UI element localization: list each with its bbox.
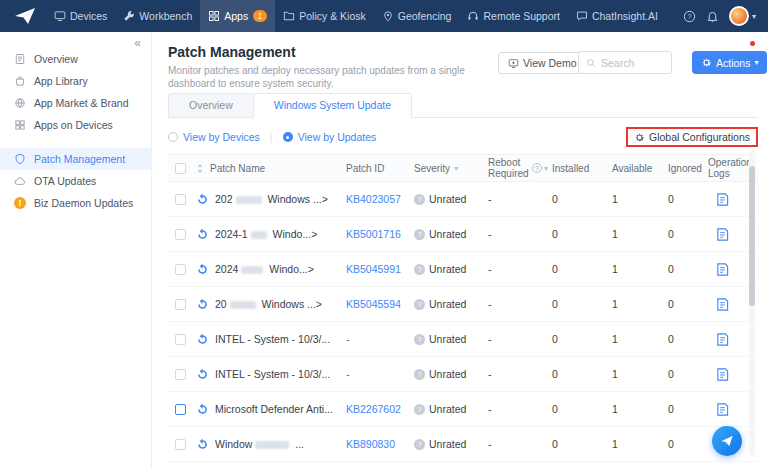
account-menu[interactable]: ▾ bbox=[729, 6, 756, 26]
table-row: Window ...KB890830?Unrated-010 bbox=[168, 427, 758, 462]
search-icon bbox=[586, 58, 596, 68]
geofencing-icon bbox=[382, 10, 394, 22]
view-demo-button[interactable]: View Demo bbox=[498, 52, 587, 74]
sidebar-collapse-icon[interactable]: « bbox=[134, 36, 141, 50]
support-chat-button[interactable] bbox=[712, 426, 742, 456]
sidebar-item-apps-on-devices[interactable]: Apps on Devices bbox=[0, 114, 151, 136]
apps-icon bbox=[208, 10, 220, 22]
sync-icon[interactable] bbox=[196, 333, 209, 346]
radio-unselected-icon bbox=[168, 132, 178, 142]
sync-icon[interactable] bbox=[196, 228, 209, 241]
table-row: 2024 Windo...>KB5045991?Unrated-010 bbox=[168, 252, 758, 287]
select-all-checkbox[interactable] bbox=[175, 163, 186, 174]
nav-item-devices[interactable]: Devices bbox=[46, 0, 115, 32]
patch-name: 2024-1 Windo...> bbox=[215, 228, 317, 240]
sync-icon[interactable] bbox=[196, 263, 209, 276]
divider: | bbox=[270, 131, 273, 143]
row-checkbox[interactable] bbox=[175, 264, 186, 275]
chevron-down-icon: ▾ bbox=[752, 12, 756, 21]
unrated-icon: ? bbox=[414, 264, 425, 275]
patch-id-link[interactable]: KB5045594 bbox=[346, 298, 401, 310]
patch-icon bbox=[14, 153, 26, 165]
sort-icon[interactable] bbox=[196, 163, 204, 174]
sidebar-item-overview[interactable]: Overview bbox=[0, 48, 151, 70]
tab-bar: Overview Windows System Update bbox=[168, 93, 758, 118]
tab-windows-system-update[interactable]: Windows System Update bbox=[253, 93, 412, 118]
patch-id-link[interactable]: KB5001716 bbox=[346, 228, 401, 240]
page-subtitle: Monitor patches and deploy necessary pat… bbox=[168, 64, 500, 90]
scrollbar-thumb[interactable] bbox=[749, 166, 755, 306]
sync-icon[interactable] bbox=[196, 438, 209, 451]
patch-id-link[interactable]: KB5045991 bbox=[346, 263, 401, 275]
annotation-dot bbox=[750, 41, 755, 46]
nav-item-remote-support[interactable]: Remote Support bbox=[459, 0, 567, 32]
library-icon bbox=[14, 75, 26, 87]
help-icon[interactable]: ? bbox=[532, 163, 542, 173]
sidebar-item-app-market-brand[interactable]: App Market & Brand bbox=[0, 92, 151, 114]
warning-icon: ! bbox=[14, 197, 26, 209]
table-row: 2024-1 Windo...>KB5001716?Unrated-010 bbox=[168, 217, 758, 252]
filter-icon[interactable]: ▾ bbox=[454, 164, 458, 173]
row-checkbox[interactable] bbox=[175, 299, 186, 310]
row-checkbox[interactable] bbox=[175, 194, 186, 205]
patch-name: 2024 Windo...> bbox=[215, 263, 314, 275]
top-nav: DevicesWorkbenchApps1Policy & KioskGeofe… bbox=[0, 0, 768, 32]
patch-id-link[interactable]: KB4023057 bbox=[346, 193, 401, 205]
sync-icon[interactable] bbox=[196, 298, 209, 311]
table-row: 202 Windows ...>KB4023057?Unrated-010 bbox=[168, 182, 758, 217]
sync-icon[interactable] bbox=[196, 403, 209, 416]
main-content: Patch Management Monitor patches and dep… bbox=[152, 32, 768, 468]
unrated-icon: ? bbox=[414, 369, 425, 380]
avatar bbox=[729, 6, 749, 26]
top-right-controls: ? ▾ bbox=[683, 6, 760, 26]
sync-icon[interactable] bbox=[196, 368, 209, 381]
sync-icon[interactable] bbox=[196, 193, 209, 206]
overview-icon bbox=[14, 53, 26, 65]
filter-icon[interactable]: ▾ bbox=[544, 164, 548, 173]
unrated-icon: ? bbox=[414, 439, 425, 450]
page-header: Patch Management Monitor patches and dep… bbox=[168, 44, 758, 88]
ota-icon bbox=[14, 175, 26, 187]
search-input[interactable] bbox=[601, 57, 663, 69]
sidebar-item-patch-management[interactable]: Patch Management bbox=[0, 148, 151, 170]
gear-icon bbox=[701, 57, 712, 68]
sidebar-items: OverviewApp LibraryApp Market & BrandApp… bbox=[0, 48, 151, 214]
nav-item-geofencing[interactable]: Geofencing bbox=[374, 0, 460, 32]
sidebar: « OverviewApp LibraryApp Market & BrandA… bbox=[0, 32, 152, 468]
market-icon bbox=[14, 97, 26, 109]
app-logo-icon[interactable] bbox=[12, 7, 38, 25]
unrated-icon: ? bbox=[414, 194, 425, 205]
chevron-down-icon: ▾ bbox=[754, 59, 758, 67]
help-icon[interactable]: ? bbox=[683, 10, 696, 23]
unrated-icon: ? bbox=[414, 404, 425, 415]
row-checkbox[interactable] bbox=[175, 369, 186, 380]
patch-id-link[interactable]: KB2267602 bbox=[346, 403, 401, 415]
nav-item-chatinsight-ai[interactable]: ChatInsight.AI bbox=[568, 0, 666, 32]
workbench-icon bbox=[123, 10, 135, 22]
nav-item-policy-kiosk[interactable]: Policy & Kiosk bbox=[275, 0, 374, 32]
row-checkbox[interactable] bbox=[175, 229, 186, 240]
actions-button[interactable]: Actions ▾ bbox=[692, 51, 767, 74]
gear-icon bbox=[634, 132, 645, 143]
row-checkbox[interactable] bbox=[175, 404, 186, 415]
patch-id-link[interactable]: KB890830 bbox=[346, 438, 395, 450]
table-body: 202 Windows ...>KB4023057?Unrated-010202… bbox=[168, 182, 758, 462]
paper-plane-icon bbox=[720, 434, 734, 448]
bell-icon[interactable] bbox=[706, 10, 719, 23]
unrated-icon: ? bbox=[414, 299, 425, 310]
notification-badge: 1 bbox=[253, 10, 267, 22]
global-configurations-button[interactable]: Global Configurations bbox=[634, 131, 750, 143]
nav-item-apps[interactable]: Apps1 bbox=[200, 0, 275, 32]
row-checkbox[interactable] bbox=[175, 439, 186, 450]
patch-name: INTEL - System - 10/3/... bbox=[215, 368, 330, 380]
nav-item-workbench[interactable]: Workbench bbox=[115, 0, 200, 32]
scrollbar-track bbox=[749, 150, 755, 456]
sidebar-item-ota-updates[interactable]: OTA Updates bbox=[0, 170, 151, 192]
tab-overview[interactable]: Overview bbox=[168, 93, 254, 118]
view-by-updates-radio[interactable]: View by Updates bbox=[283, 131, 377, 143]
view-by-devices-radio[interactable]: View by Devices bbox=[168, 131, 260, 143]
sidebar-item-biz-daemon-updates[interactable]: !Biz Daemon Updates bbox=[0, 192, 151, 214]
row-checkbox[interactable] bbox=[175, 334, 186, 345]
patch-name: Window ... bbox=[215, 438, 304, 450]
sidebar-item-app-library[interactable]: App Library bbox=[0, 70, 151, 92]
